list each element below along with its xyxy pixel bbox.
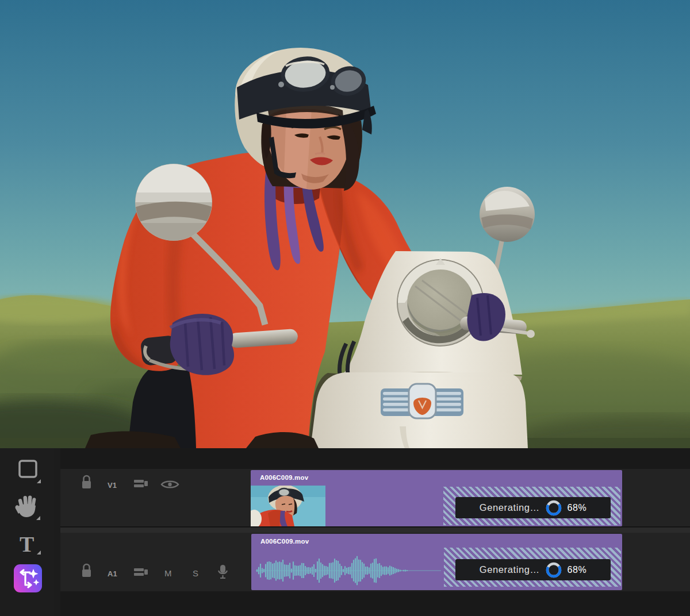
svg-text:A1: A1 bbox=[108, 569, 117, 578]
svg-text:S: S bbox=[193, 568, 198, 578]
svg-text:M: M bbox=[164, 568, 172, 578]
svg-text:T: T bbox=[20, 532, 34, 556]
svg-text:V1: V1 bbox=[108, 481, 117, 490]
